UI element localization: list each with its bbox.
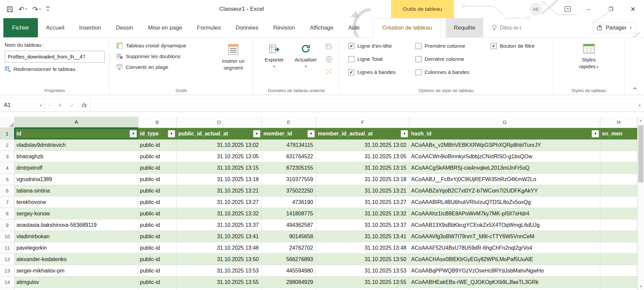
cell-E9[interactable]: 494362587 [262,219,316,231]
column-header-H[interactable]: H [600,117,637,128]
tab-r-vision[interactable]: Révision [266,18,302,37]
cell-A7[interactable]: terekhovone [15,197,138,208]
redo-button[interactable]: ↷▾ [32,6,41,13]
cell-E12[interactable]: 566276893 [262,254,316,265]
cell-B10[interactable]: public-id [138,231,177,242]
cell-D14[interactable]: 31.10.2025 13:55 [177,277,262,288]
open-in-browser-button[interactable] [325,55,333,64]
cell-E10[interactable]: 90145658 [262,231,316,242]
row-header-2[interactable]: 2 [0,139,15,151]
column-header-D[interactable]: D [177,117,262,128]
tab-fichier[interactable]: Fichier [3,18,38,37]
column-header-B[interactable]: B [138,117,177,128]
row-header-7[interactable]: 7 [0,197,15,208]
avatar[interactable]: AE [530,3,542,15]
row-header-13[interactable]: 13 [0,265,15,277]
close-button[interactable]: × [622,0,644,18]
quick-styles-button[interactable]: Styles rapides▾ [572,40,606,70]
cell-D15[interactable] [177,288,262,290]
insert-function-button[interactable]: fx [78,99,90,112]
cell-A2[interactable]: vladislav9dmitrievich [15,139,138,151]
tell-me[interactable]: Dites-le-r [492,18,522,37]
cell-H11[interactable] [600,242,637,254]
tab-requete[interactable]: Requête [446,18,483,37]
filter-button-A[interactable]: ▾ [130,130,137,137]
header-cell-F[interactable]: member_id_actual_at▾ [316,128,409,139]
filter-button-B[interactable]: ▾ [168,130,175,137]
resize-table-button[interactable]: Redimensionner le tableau [5,66,75,72]
cell-F2[interactable]: 31.10.2025 13:02 [316,139,409,151]
cell-D8[interactable]: 31.10.2025 13:32 [177,208,262,219]
checkbox-unchecked-icon[interactable] [415,69,422,75]
row-header-10[interactable]: 10 [0,231,15,242]
row-header-14[interactable]: 14 [0,277,15,288]
cell-B12[interactable]: public-id [138,254,177,265]
name-box[interactable]: A1 ▾ [0,99,45,112]
cell-E8[interactable]: 141808775 [262,208,316,219]
style-option-lignes-bandes[interactable]: ✔Lignes à bandes [348,69,396,75]
cell-F4[interactable]: 31.10.2025 13:15 [316,162,409,174]
cell-A10[interactable]: vladimirbokan [15,231,138,242]
cell-E5[interactable]: 310377559 [262,174,316,185]
cell-H7[interactable] [600,197,637,208]
tab-aide[interactable]: Aide [341,18,367,37]
cell-A11[interactable]: pavelegorkin [15,242,138,254]
save-button[interactable] [7,6,13,12]
cell-B5[interactable]: public-id [138,174,177,185]
checkbox-unchecked-icon[interactable] [415,43,422,49]
cell-G9[interactable]: ACoAAB13X9sBbKkcgYCEokZx5X4TOqWmgL6dUJg [409,219,600,231]
cell-G3[interactable]: ACoAACWn9ioBmnkyr5dbbjzCNxtRlSO-g1bxQOw [409,151,600,162]
minimize-button[interactable]: ─ [578,0,600,18]
formula-bar-handle[interactable]: ⋮ [45,99,54,112]
tab-accueil[interactable]: Accueil [39,18,72,37]
cell-B7[interactable]: public-id [138,197,177,208]
expand-formula-bar-button[interactable]: ▾ [635,99,644,112]
cell-B14[interactable]: public-id [138,277,177,288]
formula-input[interactable] [90,99,635,112]
style-option-ligne-total[interactable]: Ligne Total [348,56,383,62]
cell-H6[interactable] [600,185,637,197]
cell-A5[interactable]: vgrudnina1389 [15,174,138,185]
export-button[interactable]: Exporter ▾ [260,40,288,69]
checkbox-checked-icon[interactable]: ✔ [491,43,497,49]
cell-H12[interactable] [600,254,637,265]
row-header-9[interactable]: 9 [0,219,15,231]
cell-D13[interactable]: 31.10.2025 13:53 [177,265,262,277]
scrollbar-thumb[interactable] [638,125,643,182]
cell-F13[interactable]: 31.10.2025 13:53 [316,265,409,277]
style-option-ligne-d-en-t-te[interactable]: ✔Ligne d’en-tête [348,43,392,49]
row-header-3[interactable]: 3 [0,151,15,162]
cell-B3[interactable]: public-id [138,151,177,162]
style-option-premi-re-colonne[interactable]: Première colonne [415,43,465,49]
checkbox-unchecked-icon[interactable] [415,56,422,62]
checkbox-checked-icon[interactable]: ✔ [348,43,354,49]
cell-D9[interactable]: 31.10.2025 13:37 [177,219,262,231]
cell-B9[interactable]: public-id [138,219,177,231]
cell-F10[interactable]: 31.10.2025 13:41 [316,231,409,242]
cell-E3[interactable]: 631764522 [262,151,316,162]
properties-button[interactable] [325,43,333,52]
row-header-12[interactable]: 12 [0,254,15,265]
cell-G2[interactable]: ACoAABx_v2MBhVEBKXRWpGSPhXQRp8hbITunrJY [409,139,600,151]
cell-D11[interactable]: 31.10.2025 13:48 [177,242,262,254]
cell-G11[interactable]: ACoAAAF52U4BxU78U59dR-6hgChFn2nql2grVo4 [409,242,600,254]
cell-G15[interactable] [409,288,600,290]
cell-A15[interactable] [15,288,138,290]
cell-E7[interactable]: 4736190 [262,197,316,208]
filter-button-F[interactable]: ▾ [401,130,408,137]
scroll-down-button[interactable]: ▼ [638,283,644,290]
unlink-button[interactable] [325,68,333,77]
checkbox-checked-icon[interactable]: ✔ [348,69,354,75]
cell-H15[interactable] [600,288,637,290]
cell-A9[interactable]: anastasia-bakshinova-563689119 [15,219,138,231]
tab-dessin[interactable]: Dessin [108,18,141,37]
table-name-input[interactable] [5,51,105,63]
cell-B13[interactable]: public-id [138,265,177,277]
cell-G14[interactable]: ACoAABHEakEBs-rWE_QJGKOpKXb9LJfaeTL3GRk [409,277,600,288]
cell-F11[interactable]: 31.10.2025 13:48 [316,242,409,254]
cell-D3[interactable]: 31.10.2025 13:05 [177,151,262,162]
tab-mise-en-page[interactable]: Mise en page [141,18,190,37]
cell-A6[interactable]: tatiana-sintina [15,185,138,197]
cell-D12[interactable]: 31.10.2025 13:50 [177,254,262,265]
cell-D2[interactable]: 31.10.2025 13:02 [177,139,262,151]
